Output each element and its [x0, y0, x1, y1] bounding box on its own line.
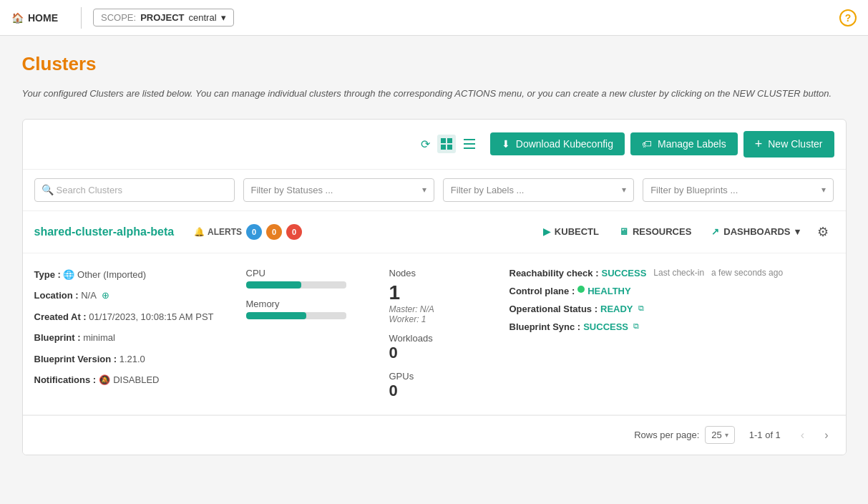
location-icon: ⊕ — [102, 290, 109, 301]
location-value: N/A — [81, 290, 96, 301]
notifications-label: Notifications : — [34, 373, 97, 387]
pagination-row: Rows per page: 25 ▾ 1-1 of 1 ‹ › — [23, 415, 846, 455]
blueprint-sync-external-link-icon[interactable]: ⧉ — [633, 321, 639, 331]
status-filter[interactable]: Filter by Statuses ... ▾ — [243, 178, 434, 202]
page-info: 1-1 of 1 — [749, 430, 781, 440]
reachability-label: Reachability check : — [509, 268, 599, 278]
nodes-value: 1 — [389, 281, 492, 304]
operational-external-link-icon[interactable]: ⧉ — [638, 304, 644, 313]
prev-page-button[interactable]: ‹ — [795, 426, 810, 445]
scope-selector[interactable]: SCOPE: PROJECT central ▾ — [93, 9, 234, 26]
blueprints-filter-label: Filter by Blueprints ... — [650, 179, 821, 201]
location-item: Location : N/A ⊕ — [34, 289, 235, 303]
download-kubeconfig-button[interactable]: ⬇ Download Kubeconfig — [490, 132, 625, 155]
svg-rect-0 — [441, 138, 446, 143]
status-chevron-icon: ▾ — [422, 185, 426, 195]
bell-off-icon: 🔕 — [99, 373, 110, 387]
page-content: Clusters Your configured Clusters are li… — [5, 36, 864, 472]
notifications-item: Notifications : 🔕 DISABLED — [34, 373, 235, 387]
blueprint-sync-item: Blueprint Sync : SUCCESS ⧉ — [509, 321, 834, 332]
type-icon: 🌐 — [63, 269, 77, 280]
svg-rect-5 — [464, 143, 475, 145]
page-description: Your configured Clusters are listed belo… — [22, 87, 847, 102]
next-page-button[interactable]: › — [819, 426, 834, 445]
scope-label: SCOPE: — [101, 12, 136, 23]
bell-icon: 🔔 — [194, 227, 205, 237]
top-navigation: 🏠 HOME SCOPE: PROJECT central ▾ ? — [0, 0, 868, 36]
nodes-sub2: Worker: 1 — [389, 314, 492, 324]
blueprint-sync-value: SUCCESS — [583, 321, 628, 332]
view-toggle-icons: ⟳ — [418, 135, 479, 154]
operational-value: READY — [600, 304, 633, 314]
labels-filter[interactable]: Filter by Labels ... ▾ — [443, 178, 634, 202]
memory-progress-bar — [246, 312, 346, 319]
label-icon: 🏷 — [642, 138, 652, 150]
dashboards-chevron-icon: ▾ — [795, 226, 800, 237]
search-icon: 🔍 — [42, 184, 54, 195]
workloads-item: Workloads 0 — [389, 333, 492, 362]
operational-item: Operational Status : READY ⧉ — [509, 304, 834, 314]
alerts-section: 🔔 ALERTS 0 0 0 — [194, 224, 302, 240]
svg-rect-6 — [464, 147, 475, 149]
cluster-name-link[interactable]: shared-cluster-alpha-beta — [34, 226, 175, 238]
workloads-value: 0 — [389, 344, 492, 362]
nodes-label: Nodes — [389, 268, 492, 278]
clusters-card: ⟳ — [22, 119, 847, 455]
grid-view-button[interactable] — [437, 135, 456, 153]
search-wrap: 🔍 — [34, 178, 235, 202]
workloads-label: Workloads — [389, 333, 492, 344]
cpu-label: CPU — [246, 268, 378, 278]
alert-badge-orange: 0 — [266, 224, 282, 240]
home-link[interactable]: 🏠 HOME — [11, 12, 69, 24]
cluster-details: Type : 🌐 Other (Imported) Location : N/A… — [23, 253, 846, 415]
manage-labels-button[interactable]: 🏷 Manage Labels — [630, 132, 738, 155]
gpus-item: GPUs 0 — [389, 371, 492, 400]
blueprint-item: Blueprint : minimal — [34, 331, 235, 345]
chart-icon: ↗ — [711, 226, 719, 237]
last-checkin-label: Last check-in — [653, 268, 704, 278]
download-label: Download Kubeconfig — [516, 138, 613, 150]
control-plane-dot — [577, 286, 585, 293]
refresh-icon: ⟳ — [421, 137, 430, 151]
new-cluster-label: New Cluster — [768, 138, 822, 150]
kubectl-button[interactable]: ▶ KUBECTL — [535, 222, 608, 241]
cpu-progress-bar — [246, 281, 346, 289]
nodes-col: Nodes 1 Master: N/A Worker: 1 Workloads … — [378, 268, 492, 400]
svg-rect-4 — [464, 139, 475, 140]
refresh-button[interactable]: ⟳ — [418, 135, 433, 154]
search-input[interactable] — [34, 178, 235, 202]
blueprints-filter[interactable]: Filter by Blueprints ... ▾ — [643, 178, 834, 202]
cluster-row: shared-cluster-alpha-beta 🔔 ALERTS 0 0 0… — [23, 211, 846, 415]
scope-key: PROJECT — [140, 12, 184, 23]
status-filter-label: Filter by Statuses ... — [251, 179, 422, 201]
filters-row: 🔍 Filter by Statuses ... ▾ Filter by Lab… — [23, 170, 846, 211]
cluster-settings-button[interactable]: ⚙ — [811, 221, 834, 243]
memory-label: Memory — [246, 299, 378, 309]
blueprint-label: Blueprint : — [34, 332, 81, 343]
created-label: Created At : — [34, 311, 87, 322]
svg-rect-1 — [447, 138, 452, 143]
list-view-button[interactable] — [460, 135, 479, 153]
type-item: Type : 🌐 Other (Imported) — [34, 268, 235, 282]
notifications-value: DISABLED — [113, 373, 159, 387]
metrics-col: CPU Memory — [235, 268, 378, 400]
labels-chevron-icon: ▾ — [622, 185, 626, 195]
home-label: HOME — [28, 12, 58, 24]
cluster-info-col: Type : 🌐 Other (Imported) Location : N/A… — [34, 268, 235, 400]
help-button[interactable]: ? — [839, 9, 857, 26]
svg-rect-3 — [447, 145, 452, 150]
new-cluster-button[interactable]: + New Cluster — [743, 131, 834, 158]
rows-per-page-select[interactable]: 25 ▾ — [705, 426, 734, 444]
reachability-item: Reachability check : SUCCESS Last check-… — [509, 268, 834, 278]
scope-dropdown-icon: ▾ — [221, 12, 226, 23]
control-plane-item: Control plane : HEALTHY — [509, 286, 834, 296]
resources-label: RESOURCES — [633, 226, 691, 237]
grid-icon — [440, 137, 453, 150]
scope-value: central — [189, 12, 217, 23]
home-icon: 🏠 — [11, 12, 24, 24]
plus-icon: + — [755, 137, 763, 152]
cluster-header: shared-cluster-alpha-beta 🔔 ALERTS 0 0 0… — [23, 211, 846, 253]
blueprint-version-item: Blueprint Version : 1.21.0 — [34, 352, 235, 367]
dashboards-button[interactable]: ↗ DASHBOARDS ▾ — [703, 222, 808, 241]
resources-button[interactable]: 🖥 RESOURCES — [610, 222, 700, 241]
